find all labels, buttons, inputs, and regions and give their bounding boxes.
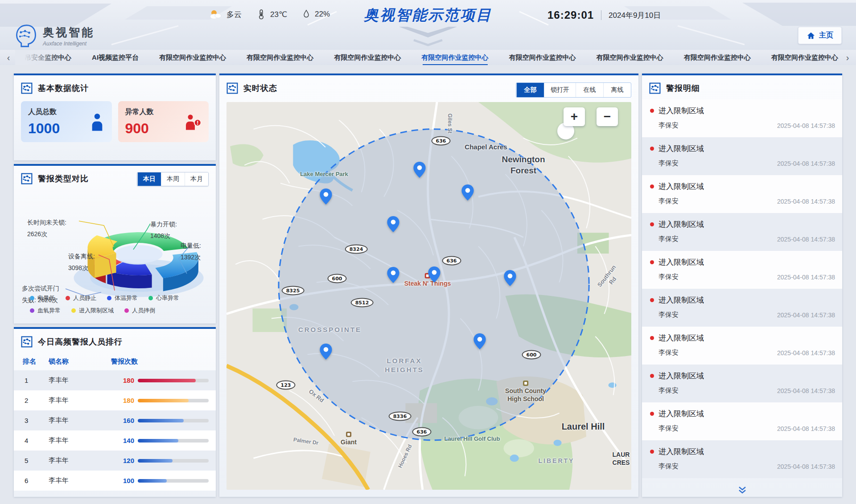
home-label: 主页: [819, 31, 833, 40]
map-container[interactable]: 636 8324 636 600 8325 8512 600: [226, 102, 631, 490]
alarm-count: 140: [111, 437, 134, 444]
alert-timestamp: 2025-04-08 14:57:38: [777, 311, 835, 319]
list-item[interactable]: 进入限制区域 李保安 2025-04-08 14:57:38: [642, 365, 842, 402]
lock-name: 李丰年: [49, 416, 111, 425]
map-filter-tab[interactable]: 在线: [576, 83, 603, 97]
list-item[interactable]: 进入限制区域 李保安 2025-04-08 14:57:38: [642, 99, 842, 137]
alarm-count-bar-track: [138, 379, 209, 382]
map-panel-title: 实时状态: [243, 83, 277, 94]
ranking-rows: 1 李丰年 180 2 李丰年 180: [14, 370, 216, 491]
alarm-count: 180: [111, 377, 134, 384]
legend-dot: [148, 296, 153, 300]
road-shield: 123: [276, 381, 296, 390]
list-item[interactable]: 进入限制区域 李保安 2025-04-08 14:57:38: [642, 137, 842, 175]
nav-tab[interactable]: 有限空间作业监控中心: [508, 53, 577, 62]
alarm-count-bar-fill: [138, 459, 173, 463]
alert-person-name: 李保安: [658, 197, 679, 205]
humidity-icon: [302, 9, 310, 20]
nav-tabs: 塔吊安全监控中心 AI视频监控平台 有限空间作业监控中心 有限空间作业监控中心 …: [17, 50, 839, 65]
road-shield: 8336: [389, 412, 412, 421]
map-filter-tab[interactable]: 离线: [603, 83, 631, 97]
alert-type: 进入限制区域: [658, 295, 704, 305]
table-row[interactable]: 2 李丰年 180: [14, 390, 216, 410]
legend-label: 电量低: [37, 294, 55, 302]
nav-tab[interactable]: 有限空间作业监控中心: [596, 53, 664, 62]
weather-condition: 多云: [226, 9, 242, 20]
nav-tab[interactable]: 有限空间作业监控中心: [158, 53, 227, 62]
map-filter-tab[interactable]: 锁打开: [544, 83, 576, 97]
alarm-period-tab[interactable]: 本周: [161, 172, 185, 186]
donut-callout: 暴力开锁: 1408次: [150, 218, 177, 242]
legend-item: 进入限制区域: [71, 307, 114, 315]
nav-prev-chevron[interactable]: ‹: [0, 53, 17, 63]
legend-label: 人员静止: [73, 294, 96, 302]
list-item[interactable]: 进入限制区域 李保安 2025-04-08 14:57:38: [642, 440, 842, 478]
logo-head-icon: [13, 23, 38, 48]
alert-timestamp: 2025-04-08 14:57:38: [777, 274, 835, 281]
list-item[interactable]: 进入限制区域 李保安 2025-04-08 14:57:38: [642, 213, 842, 251]
nav-next-chevron[interactable]: ›: [839, 53, 856, 63]
map-filter-tab[interactable]: 全部: [516, 83, 544, 97]
location-pin-icon[interactable]: [428, 266, 440, 283]
expand-more-icon[interactable]: [737, 487, 747, 496]
table-row[interactable]: 1 李丰年 180: [14, 370, 216, 390]
rank-value: 1: [21, 377, 49, 384]
table-row[interactable]: 3 李丰年 160: [14, 410, 216, 430]
alert-type: 进入限制区域: [658, 219, 704, 229]
location-pin-icon[interactable]: [320, 188, 332, 205]
alert-dot: [650, 222, 654, 226]
abnormal-personnel-card: 异常人数 900 !: [118, 101, 209, 142]
table-row[interactable]: 4 李丰年 140: [14, 430, 216, 451]
list-item[interactable]: 进入限制区域 李保安 2025-04-08 14:57:38: [642, 251, 842, 289]
alarm-period-tab[interactable]: 本月: [185, 172, 208, 186]
list-item[interactable]: 进入限制区域 李保安 2025-04-08 14:57:38: [642, 402, 842, 440]
humidity-value: 22%: [315, 10, 330, 19]
alarm-count: 120: [111, 457, 134, 464]
legend-dot: [30, 296, 34, 300]
right-column: 警报明细 进入限制区域 李保安 2025-04-08 14:57:38: [642, 74, 842, 497]
zoom-in-button[interactable]: +: [564, 107, 585, 126]
alert-timestamp: 2025-04-08 14:57:38: [777, 236, 835, 243]
stats-panel: 基本数据统计 人员总数 1000 异常人数 900 !: [14, 74, 216, 160]
alarm-count-bar-track: [138, 439, 209, 443]
nav-tab[interactable]: 有限空间作业监控中心: [246, 53, 314, 62]
location-pin-icon[interactable]: [320, 344, 332, 360]
legend-dot: [107, 296, 111, 300]
list-item[interactable]: 进入限制区域 李保安 2025-04-08 14:57:38: [642, 327, 842, 365]
alarm-count-bar-track: [138, 419, 209, 422]
location-pin-icon[interactable]: [461, 184, 474, 201]
location-pin-icon[interactable]: [387, 216, 399, 232]
clock: 16:29:01 2024年9月10日: [547, 9, 661, 21]
rank-value: 4: [21, 437, 49, 444]
map-poi: Steak N' Things: [404, 273, 451, 288]
alert-dot: [650, 450, 654, 454]
road-shield: 600: [522, 350, 541, 360]
table-row[interactable]: 5 李丰年 120: [14, 451, 216, 471]
lock-name: 李丰年: [49, 376, 111, 385]
table-row[interactable]: 6 李丰年 100: [14, 471, 216, 491]
legend-item: 心率异常: [148, 294, 179, 302]
nav-tab[interactable]: 有限空间作业监控中心: [333, 53, 402, 62]
alarm-count-bar-fill: [138, 419, 184, 422]
list-item[interactable]: 进入限制区域 李保安 2025-04-08 14:57:38: [642, 175, 842, 213]
list-item[interactable]: 进入限制区域 李保安 2025-04-08 14:57:38: [642, 289, 842, 327]
home-button[interactable]: 主页: [798, 27, 842, 44]
nav-tab[interactable]: 塔吊安全监控中心: [17, 53, 72, 62]
nav-tab[interactable]: 有限空间作业监控中心: [683, 53, 752, 62]
road-shield: 600: [328, 274, 347, 283]
nav-tab[interactable]: 有限空间作业监控中心: [770, 53, 839, 62]
legend-label: 心率异常: [156, 294, 179, 302]
zoom-out-button[interactable]: −: [597, 107, 618, 126]
legend-label: 进入限制区域: [79, 307, 114, 315]
alarm-legend-row1: 电量低 人员静止 体温异常: [30, 294, 211, 302]
time-value: 16:29:01: [547, 9, 594, 21]
location-pin-icon[interactable]: [473, 333, 486, 349]
location-pin-icon[interactable]: [413, 162, 426, 178]
total-personnel-card: 人员总数 1000: [21, 101, 112, 142]
nav-tab[interactable]: 有限空间作业监控中心: [421, 53, 490, 62]
alarm-period-tab[interactable]: 本日: [137, 172, 161, 186]
nav-tab[interactable]: AI视频监控平台: [91, 53, 140, 62]
location-pin-icon[interactable]: [387, 267, 399, 283]
location-pin-icon[interactable]: [504, 270, 516, 286]
alert-type: 进入限制区域: [658, 409, 704, 419]
